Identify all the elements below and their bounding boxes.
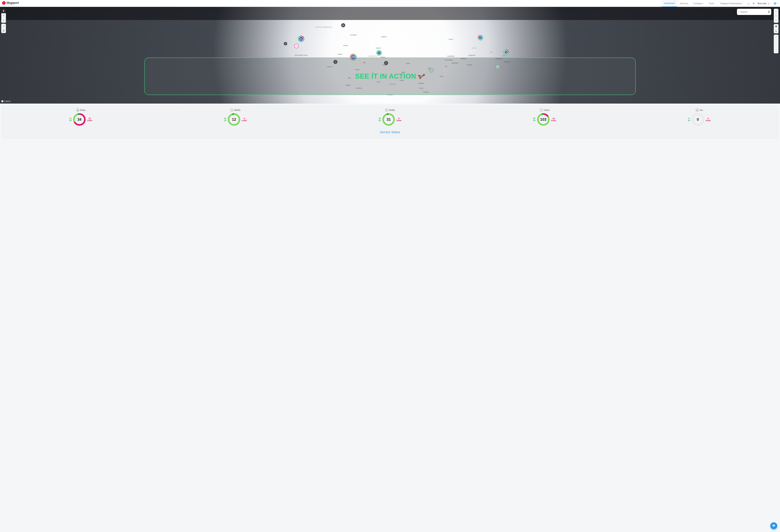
globe-view-icon[interactable] <box>774 24 778 29</box>
zoom-in-icon[interactable] <box>774 39 778 44</box>
gauge-down: 23DOWN <box>87 117 92 122</box>
nav-item-megaport-marketplace[interactable]: Megaport Marketplace <box>718 0 744 7</box>
map-attribution: mapbox <box>1 100 11 102</box>
map-cluster[interactable]: 2 <box>503 50 509 55</box>
map-cluster[interactable]: 4 <box>478 35 483 40</box>
gauge-type-icon: ✱ <box>696 108 699 112</box>
gauge-mves: ❖MVEs31UP310DOWN <box>312 108 467 126</box>
gauge-total: 12 <box>229 115 239 124</box>
gauge-title: ⊶VXCs <box>540 108 549 112</box>
network-map[interactable]: ? ? NORTH AMERICAEUROPEASI <box>0 7 780 104</box>
gauge-donut: 34 <box>73 113 86 126</box>
gauge-down: 0DOWN <box>396 117 401 122</box>
map-top-overlay <box>0 7 780 20</box>
gauge-title: ◑Ports <box>76 108 85 112</box>
top-nav: Megaport PORTAL DashboardServicesCompany… <box>0 0 780 7</box>
gauge-donut: 31 <box>382 113 395 126</box>
map-country-label: Ireland <box>338 53 342 55</box>
map-country-label: Svalbard <box>381 36 387 38</box>
map-country-label: Ch <box>490 51 492 53</box>
language-menu[interactable]: ▾ <box>774 2 778 5</box>
service-status-link[interactable]: Service Status <box>3 130 777 134</box>
svg-point-4 <box>3 26 4 27</box>
gauge-donut: 0 <box>692 113 704 126</box>
map-right-toolbar <box>774 9 778 53</box>
map-cluster[interactable]: 8 <box>284 42 287 45</box>
map-region-label: ASIA <box>472 47 477 49</box>
map-country-label: Kazakhstan <box>447 55 454 57</box>
map-country-label: North Atlantic Ocean <box>295 54 308 56</box>
fullscreen-icon[interactable] <box>774 9 778 13</box>
zoom-out-fine-icon[interactable] <box>774 49 778 53</box>
gauge-label: IXs <box>700 109 703 111</box>
gauge-label: VXCs <box>544 109 549 111</box>
frame-icon[interactable] <box>774 13 778 18</box>
locations-toggle-icon[interactable] <box>1 9 6 13</box>
search-input[interactable] <box>740 10 768 13</box>
gauge-type-icon: ◑ <box>76 108 79 112</box>
gauge-label: MCRs <box>234 109 240 111</box>
help-icon[interactable]: ? <box>1 29 6 33</box>
gauge-down: 16DOWN <box>551 117 556 122</box>
cta-banner[interactable]: SEE IT IN ACTION 🚀 <box>144 57 636 95</box>
gauge-down: 0DOWN <box>706 117 711 122</box>
chevron-down-icon: ▾ <box>777 2 778 4</box>
cta-text: SEE IT IN ACTION <box>355 72 416 80</box>
gauge-up: 0UP <box>688 117 690 122</box>
flat-map-icon[interactable] <box>774 29 778 33</box>
collapse-icon[interactable] <box>774 18 778 23</box>
map-cluster[interactable]: 21 <box>298 36 304 42</box>
gauge-total: 0 <box>693 115 702 124</box>
map-country-label: Greenland <box>350 34 357 36</box>
nav-item-tools[interactable]: Tools▾ <box>706 0 718 7</box>
map-region-label: NORTH AMERICA <box>315 26 332 28</box>
map-left-toolbar: ? <box>1 9 6 33</box>
gauge-donut: 103 <box>537 113 549 126</box>
zoom-in-fine-icon[interactable] <box>774 35 778 39</box>
chevron-down-icon: ▾ <box>715 2 716 4</box>
map-country-label: Iceland <box>343 45 348 46</box>
brand[interactable]: Megaport PORTAL <box>2 1 19 6</box>
pins-toggle-icon[interactable] <box>1 13 6 18</box>
map-cluster[interactable]: 21 <box>341 23 345 27</box>
map-search[interactable]: ? <box>737 9 771 15</box>
nav-label: Services <box>680 2 688 5</box>
gauge-up: 87UP <box>533 117 535 122</box>
gauge-title: ✕MCRs <box>230 108 240 112</box>
alerts-icon[interactable] <box>747 2 750 5</box>
svg-point-11 <box>297 46 297 46</box>
gauge-down: 0DOWN <box>242 117 247 122</box>
zoom-out-icon[interactable] <box>774 44 778 49</box>
gauge-donut: 12 <box>228 113 240 126</box>
nav-label: Company <box>693 2 702 5</box>
gauge-mcrs: ✕MCRs12UP120DOWN <box>158 108 312 126</box>
svg-text:?: ? <box>3 30 4 32</box>
svg-point-3 <box>3 15 4 15</box>
nav-item-services[interactable]: Services <box>677 0 691 7</box>
filter-icon[interactable] <box>1 18 6 23</box>
map-cluster-value: 4 <box>479 36 482 39</box>
nav-item-dashboard[interactable]: Dashboard <box>662 0 677 7</box>
gauge-title: ❖MVEs <box>385 108 395 112</box>
nav-label: Dashboard <box>664 2 675 4</box>
globe-icon <box>774 2 776 5</box>
svg-rect-7 <box>776 15 777 16</box>
gauge-total: 103 <box>539 115 548 124</box>
gauge-type-icon: ✕ <box>230 108 233 112</box>
services-key-icon[interactable] <box>1 24 6 29</box>
user-menu[interactable]: Test User ▾ <box>758 2 771 5</box>
status-panel: ◑Ports11UP3423DOWN✕MCRs12UP120DOWN❖MVEs3… <box>2 105 778 139</box>
brand-logo-icon <box>2 1 6 5</box>
svg-point-0 <box>753 3 754 4</box>
map-cluster-value: 21 <box>299 37 303 41</box>
nav-item-company[interactable]: Company▾ <box>691 0 706 7</box>
gauge-up: 31UP <box>379 117 381 122</box>
bug-icon[interactable] <box>752 2 755 5</box>
gauge-total: 34 <box>75 115 84 124</box>
map-cluster[interactable]: 2 <box>377 50 382 55</box>
map-node[interactable] <box>295 44 298 48</box>
gauge-total: 31 <box>384 115 393 124</box>
map-country-label: Russia <box>449 39 453 40</box>
search-help-icon[interactable]: ? <box>768 10 770 13</box>
map-region-label: EUROPE <box>369 55 377 57</box>
